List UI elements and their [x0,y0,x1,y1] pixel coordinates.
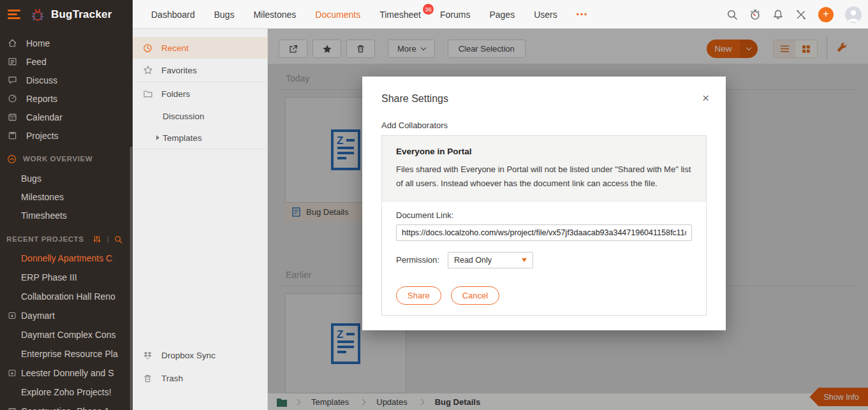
work-overview-header[interactable]: WORK OVERVIEW [0,149,133,169]
bug-logo-icon [29,6,46,23]
sidebar-item-wo-timesheets[interactable]: Timesheets [0,206,133,224]
project-item-leester-donnelly[interactable]: Leester Donnelly and S [0,363,133,383]
divider: | [107,235,109,243]
sidebar-item-feed[interactable]: Feed [0,52,133,71]
share-submit-button[interactable]: Share [396,286,441,305]
timer-icon[interactable] [749,9,761,20]
project-label: Construction- Phase 1 [21,406,110,410]
left-sidebar: Home Feed Discuss Reports Calendar Proje… [0,29,133,410]
sidebar-item-label: Reports [26,94,57,104]
project-item-erp-phase-iii[interactable]: ERP Phase III [0,268,133,287]
divider [133,149,267,149]
tab-pages[interactable]: Pages [480,10,524,20]
star-outline-icon [143,65,153,75]
folder-item-templates[interactable]: Templates [133,127,267,149]
docs-sidebar-bottom: Dropbox Sync Trash [133,344,267,390]
sidebar-item-label: Timesheets [21,210,67,221]
sidebar-item-projects[interactable]: Projects [0,126,133,145]
tab-bugs[interactable]: Bugs [205,10,244,20]
document-link-input[interactable] [396,224,692,241]
project-item-collaboration-hall[interactable]: Collaboration Hall Reno [0,287,133,306]
project-item-explore-zoho[interactable]: Explore Zoho Projects! [0,383,133,402]
add-new-button[interactable]: + [818,7,834,22]
sidebar-item-label: Calendar [26,112,63,122]
cancel-button[interactable]: Cancel [451,286,499,305]
tools-icon[interactable] [795,9,807,20]
tab-more-dots[interactable]: ••• [567,10,598,19]
notifications-bell-icon[interactable] [772,9,784,20]
expand-arrow-icon [156,135,159,140]
folder-icon [143,89,153,99]
project-item-donnelly-apartments[interactable]: Donnelly Apartments C [0,249,133,268]
app-title: BugTracker [51,8,112,21]
everyone-in-portal-description: Files shared with Everyone in Portal wil… [396,163,692,191]
menu-icon[interactable] [8,10,20,19]
user-avatar[interactable] [845,6,862,23]
docs-filter-folders[interactable]: Folders [133,82,267,105]
section-header-label: RECENT PROJECTS [6,235,84,243]
permission-value: Read Only [454,256,492,265]
docs-filter-label: Recent [161,43,189,53]
docs-filter-recent[interactable]: Recent [133,37,267,59]
tab-documents[interactable]: Documents [305,10,370,20]
project-item-daymart-complex[interactable]: Daymart Complex Cons [0,325,133,344]
archive-icon [8,369,17,377]
docs-filter-label: Trash [161,374,183,383]
bugtracker-app: BugTracker Dashboard Bugs Milestones Doc… [0,0,868,410]
tab-dashboard[interactable]: Dashboard [142,10,205,20]
docs-filter-favorites[interactable]: Favorites [133,59,267,82]
share-settings-modal: Share Settings × Add Collaborators Every… [362,77,726,330]
document-link-label: Document Link: [396,210,692,220]
folder-item-discussion[interactable]: Discussion [133,105,267,127]
project-label: Daymart [21,311,55,321]
project-item-construction-phase1[interactable]: Construction- Phase 1 [0,402,133,410]
clock-icon [143,43,153,53]
tab-users[interactable]: Users [524,10,567,20]
sidebar-item-reports[interactable]: Reports [0,89,133,108]
filter-sliders-icon[interactable] [92,235,101,244]
project-item-daymart[interactable]: Daymart [0,306,133,325]
tab-forums[interactable]: Forums [430,10,480,20]
docs-filter-label: Dropbox Sync [161,351,216,360]
calendar-icon [8,112,18,122]
sidebar-item-wo-bugs[interactable]: Bugs [0,169,133,187]
modal-actions: Share Cancel [396,286,692,305]
project-label: Daymart Complex Cons [21,330,116,340]
news-icon [8,407,17,410]
trash-icon [143,374,153,383]
sidebar-item-label: Projects [26,131,59,141]
sidebar-item-label: Milestones [21,192,64,202]
projects-icon [8,131,18,140]
sidebar-item-label: Home [26,38,50,48]
dropbox-icon [143,351,153,360]
dropbox-sync-item[interactable]: Dropbox Sync [133,344,267,367]
project-search-icon[interactable] [114,235,122,244]
sidebar-item-wo-milestones[interactable]: Milestones [0,187,133,206]
search-icon[interactable] [726,9,738,20]
sidebar-item-discuss[interactable]: Discuss [0,71,133,89]
permission-label: Permission: [396,255,439,265]
share-box: Everyone in Portal Files shared with Eve… [381,135,707,316]
permission-select[interactable]: Read Only [448,252,533,268]
project-label: Collaboration Hall Reno [21,291,115,302]
work-overview-section: WORK OVERVIEW Bugs Milestones Timesheets [0,149,133,224]
archive-icon [8,311,17,320]
sidebar-item-label: Feed [26,57,47,67]
project-label: Leester Donnelly and S [21,368,114,378]
sidebar-item-label: Bugs [21,173,41,184]
sidebar-item-calendar[interactable]: Calendar [0,108,133,126]
folder-label: Templates [163,133,202,143]
section-header-label: WORK OVERVIEW [23,155,92,163]
tab-timesheet[interactable]: Timesheet36 [370,10,430,20]
project-item-enterprise-resource[interactable]: Enterprise Resource Pla [0,344,133,363]
project-label: Donnelly Apartments C [21,253,112,263]
tab-milestones[interactable]: Milestones [244,10,305,20]
sidebar-item-home[interactable]: Home [0,34,133,52]
docs-sidebar: Recent Favorites Folders Discussion Temp… [133,29,268,410]
docs-filter-label: Folders [161,89,190,99]
close-icon[interactable]: × [702,92,709,104]
folder-label: Discussion [163,112,204,121]
project-label: Explore Zoho Projects! [21,387,112,397]
trash-item[interactable]: Trash [133,367,267,390]
home-icon [8,38,18,48]
